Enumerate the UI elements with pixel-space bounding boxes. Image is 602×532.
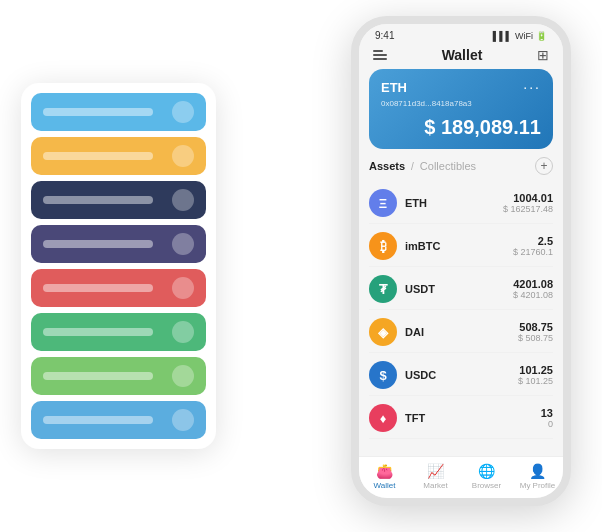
card-item-icon — [172, 321, 194, 343]
status-time: 9:41 — [375, 30, 394, 41]
asset-amount: 4201.08 — [513, 278, 553, 290]
status-icons: ▌▌▌ WiFi 🔋 — [493, 31, 547, 41]
bottom-nav: 👛 Wallet 📈 Market 🌐 Browser 👤 My Profile — [359, 456, 563, 498]
card-list-item[interactable] — [31, 181, 206, 219]
eth-card[interactable]: ETH ··· 0x08711d3d...8418a78a3 $ 189,089… — [369, 69, 553, 149]
card-item-icon — [172, 101, 194, 123]
asset-row[interactable]: ₮ USDT 4201.08 $ 4201.08 — [369, 269, 553, 310]
asset-row[interactable]: $ USDC 101.25 $ 101.25 — [369, 355, 553, 396]
card-list-item[interactable] — [31, 137, 206, 175]
tab-assets[interactable]: Assets — [369, 160, 405, 172]
phone-title: Wallet — [442, 47, 483, 63]
nav-icon: 👤 — [529, 463, 546, 479]
card-list-item[interactable] — [31, 357, 206, 395]
nav-item-my-profile[interactable]: 👤 My Profile — [512, 463, 563, 490]
asset-values: 13 0 — [541, 407, 553, 429]
eth-card-menu[interactable]: ··· — [523, 79, 541, 95]
eth-card-header: ETH ··· — [381, 79, 541, 95]
nav-item-market[interactable]: 📈 Market — [410, 463, 461, 490]
card-item-icon — [172, 189, 194, 211]
card-list-item[interactable] — [31, 313, 206, 351]
nav-label: Browser — [472, 481, 501, 490]
asset-icon: ₮ — [369, 275, 397, 303]
assets-header: Assets / Collectibles + — [369, 157, 553, 175]
card-list-item[interactable] — [31, 269, 206, 307]
signal-icon: ▌▌▌ — [493, 31, 512, 41]
menu-icon[interactable] — [373, 50, 387, 60]
asset-usd: $ 162517.48 — [503, 204, 553, 214]
app-header: Wallet ⊞ — [359, 43, 563, 69]
card-item-icon — [172, 365, 194, 387]
nav-icon: 👛 — [376, 463, 393, 479]
asset-usd: $ 101.25 — [518, 376, 553, 386]
status-bar: 9:41 ▌▌▌ WiFi 🔋 — [359, 24, 563, 43]
asset-amount: 508.75 — [518, 321, 553, 333]
eth-card-address: 0x08711d3d...8418a78a3 — [381, 99, 541, 108]
card-item-icon — [172, 145, 194, 167]
asset-icon: Ξ — [369, 189, 397, 217]
asset-values: 2.5 $ 21760.1 — [513, 235, 553, 257]
card-list-item[interactable] — [31, 93, 206, 131]
card-item-bar — [43, 196, 153, 204]
asset-icon: $ — [369, 361, 397, 389]
asset-values: 101.25 $ 101.25 — [518, 364, 553, 386]
add-asset-button[interactable]: + — [535, 157, 553, 175]
asset-name: imBTC — [405, 240, 513, 252]
asset-name: TFT — [405, 412, 541, 424]
asset-values: 1004.01 $ 162517.48 — [503, 192, 553, 214]
card-list-item[interactable] — [31, 401, 206, 439]
card-item-icon — [172, 409, 194, 431]
card-item-bar — [43, 240, 153, 248]
eth-card-amount: $ 189,089.11 — [381, 116, 541, 139]
menu-line-1 — [373, 50, 383, 52]
card-item-bar — [43, 328, 153, 336]
eth-card-title: ETH — [381, 80, 407, 95]
nav-item-browser[interactable]: 🌐 Browser — [461, 463, 512, 490]
asset-amount: 1004.01 — [503, 192, 553, 204]
asset-amount: 101.25 — [518, 364, 553, 376]
asset-list: Ξ ETH 1004.01 $ 162517.48 ₿ imBTC 2.5 $ … — [369, 183, 553, 456]
card-list-item[interactable] — [31, 225, 206, 263]
nav-icon: 🌐 — [478, 463, 495, 479]
asset-usd: $ 508.75 — [518, 333, 553, 343]
asset-row[interactable]: Ξ ETH 1004.01 $ 162517.48 — [369, 183, 553, 224]
asset-icon: ◈ — [369, 318, 397, 346]
asset-icon: ₿ — [369, 232, 397, 260]
asset-name: DAI — [405, 326, 518, 338]
asset-row[interactable]: ₿ imBTC 2.5 $ 21760.1 — [369, 226, 553, 267]
asset-values: 508.75 $ 508.75 — [518, 321, 553, 343]
card-list — [21, 83, 216, 449]
asset-row[interactable]: ◈ DAI 508.75 $ 508.75 — [369, 312, 553, 353]
wifi-icon: WiFi — [515, 31, 533, 41]
card-item-bar — [43, 416, 153, 424]
battery-icon: 🔋 — [536, 31, 547, 41]
tab-divider: / — [411, 161, 414, 172]
scene: 9:41 ▌▌▌ WiFi 🔋 Wallet ⊞ ETH ··· — [21, 16, 581, 516]
card-item-bar — [43, 284, 153, 292]
asset-amount: 13 — [541, 407, 553, 419]
nav-icon: 📈 — [427, 463, 444, 479]
asset-name: ETH — [405, 197, 503, 209]
asset-name: USDC — [405, 369, 518, 381]
asset-values: 4201.08 $ 4201.08 — [513, 278, 553, 300]
card-item-bar — [43, 108, 153, 116]
assets-tabs: Assets / Collectibles — [369, 160, 476, 172]
nav-item-wallet[interactable]: 👛 Wallet — [359, 463, 410, 490]
asset-icon: ♦ — [369, 404, 397, 432]
asset-usd: 0 — [541, 419, 553, 429]
menu-line-2 — [373, 54, 387, 56]
asset-name: USDT — [405, 283, 513, 295]
card-item-icon — [172, 233, 194, 255]
nav-label: My Profile — [520, 481, 556, 490]
scan-icon[interactable]: ⊞ — [537, 47, 549, 63]
asset-usd: $ 4201.08 — [513, 290, 553, 300]
card-item-icon — [172, 277, 194, 299]
asset-row[interactable]: ♦ TFT 13 0 — [369, 398, 553, 439]
asset-amount: 2.5 — [513, 235, 553, 247]
card-item-bar — [43, 372, 153, 380]
nav-label: Wallet — [374, 481, 396, 490]
nav-label: Market — [423, 481, 447, 490]
menu-line-3 — [373, 58, 387, 60]
tab-collectibles[interactable]: Collectibles — [420, 160, 476, 172]
card-item-bar — [43, 152, 153, 160]
